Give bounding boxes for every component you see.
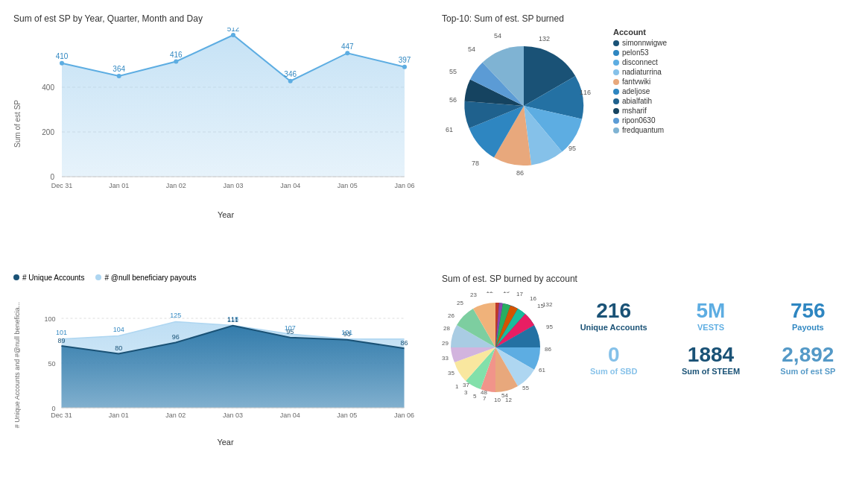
svg-text:447: 447	[341, 42, 354, 51]
svg-text:93: 93	[343, 330, 351, 338]
svg-text:400: 400	[42, 83, 54, 92]
svg-text:101: 101	[56, 329, 67, 336]
svg-text:Jan 03: Jan 03	[223, 182, 243, 189]
svg-text:54: 54	[494, 32, 501, 40]
svg-text:95: 95	[568, 145, 576, 152]
svg-text:364: 364	[113, 65, 125, 73]
svg-text:19: 19	[503, 291, 510, 294]
svg-text:10: 10	[494, 397, 501, 403]
svg-text:23: 23	[470, 291, 477, 298]
svg-text:15: 15	[537, 303, 544, 309]
svg-text:Dec 31: Dec 31	[51, 412, 72, 419]
svg-text:54: 54	[468, 45, 475, 53]
svg-text:Jan 06: Jan 06	[394, 412, 414, 419]
svg-text:89: 89	[57, 337, 65, 344]
unique-accounts-dot	[13, 274, 19, 280]
svg-text:61: 61	[539, 367, 545, 374]
svg-text:35: 35	[448, 370, 454, 376]
unique-accounts-label: # Unique Accounts	[22, 274, 84, 282]
svg-text:410: 410	[56, 52, 69, 60]
svg-text:25: 25	[457, 300, 463, 306]
svg-point-16	[174, 60, 178, 64]
area-y-label: # Unique Accounts and #@null beneficia..…	[13, 302, 21, 428]
area-chart-legend: # Unique Accounts # @null beneficiary pa…	[13, 274, 426, 282]
unique-accounts-number: 216	[571, 299, 656, 323]
svg-text:200: 200	[42, 128, 54, 136]
svg-text:125: 125	[170, 312, 181, 319]
payouts-label: Payouts	[765, 323, 851, 332]
svg-text:100: 100	[44, 315, 55, 323]
svg-text:Jan 04: Jan 04	[280, 412, 300, 419]
svg-text:33: 33	[442, 355, 449, 362]
stat-payouts: 756 Payouts	[761, 295, 855, 335]
area-chart-svg: 0 50 100	[25, 285, 426, 434]
pie-chart-panel: Top-10: Sum of est. SP burned	[436, 7, 861, 264]
vests-label: VESTS	[668, 323, 753, 332]
svg-text:17: 17	[516, 291, 523, 297]
legend-title: Account	[613, 28, 667, 37]
svg-text:95: 95	[546, 324, 553, 330]
legend-item-2: disconnect	[613, 58, 667, 66]
svg-text:12: 12	[505, 397, 512, 403]
unique-accounts-stat-label: Unique Accounts	[571, 323, 656, 332]
svg-point-17	[231, 33, 235, 37]
pie-chart-svg: 132 116 95 86 78 61 56 55 54 54	[442, 28, 606, 184]
svg-marker-6	[62, 35, 405, 177]
svg-text:86: 86	[400, 339, 408, 347]
legend-item-1: pelon53	[613, 48, 667, 57]
svg-text:Jan 04: Jan 04	[280, 182, 300, 189]
svg-text:512: 512	[227, 28, 240, 33]
svg-text:Jan 03: Jan 03	[223, 412, 243, 419]
svg-text:29: 29	[442, 340, 449, 347]
legend-null: # @null beneficiary payouts	[95, 274, 196, 282]
svg-text:7: 7	[483, 395, 487, 402]
line-chart-panel: Sum of est SP by Year, Quarter, Month an…	[7, 7, 432, 264]
svg-text:22: 22	[487, 291, 493, 294]
svg-text:55: 55	[449, 68, 457, 75]
legend-item-5: adeljose	[613, 87, 667, 95]
legend-item-8: ripon0630	[613, 116, 667, 125]
svg-text:1: 1	[455, 383, 459, 390]
stats-grid-bottom: 0 Sum of SBD 1884 Sum of STEEM 2,892 Sum…	[567, 339, 855, 379]
est-sp-number: 2,892	[765, 343, 851, 367]
stat-unique-accounts: 216 Unique Accounts	[567, 295, 660, 335]
null-payouts-label: # @null beneficiary payouts	[104, 274, 196, 282]
svg-text:416: 416	[170, 51, 183, 59]
svg-text:3: 3	[464, 389, 468, 396]
area-chart-panel: # Unique Accounts # @null beneficiary pa…	[7, 268, 432, 491]
svg-text:86: 86	[516, 169, 524, 177]
svg-text:78: 78	[472, 160, 479, 167]
svg-text:0: 0	[50, 173, 54, 181]
line-chart-title: Sum of est SP by Year, Quarter, Month an…	[13, 13, 426, 24]
stats-panel: Sum of est. SP burned by account	[436, 268, 861, 491]
svg-text:132: 132	[542, 301, 553, 308]
legend-item-4: fantvwiki	[613, 78, 667, 86]
null-payouts-dot	[95, 274, 101, 280]
svg-text:Jan 05: Jan 05	[338, 182, 358, 189]
svg-text:95: 95	[286, 328, 294, 335]
svg-point-20	[402, 65, 407, 69]
est-sp-label: Sum of est SP	[765, 367, 851, 376]
svg-text:346: 346	[284, 70, 297, 78]
svg-text:16: 16	[530, 295, 536, 302]
legend-item-7: msharif	[613, 107, 667, 115]
legend-item-3: nadiaturrina	[613, 68, 667, 76]
svg-text:Jan 01: Jan 01	[109, 182, 129, 189]
svg-text:61: 61	[446, 126, 453, 133]
stats-grid-top: 216 Unique Accounts 5M VESTS 756 Payouts	[567, 295, 855, 335]
payouts-number: 756	[765, 299, 851, 323]
vests-number: 5M	[668, 299, 753, 323]
legend-unique: # Unique Accounts	[13, 274, 84, 282]
stat-sbd: 0 Sum of SBD	[567, 339, 660, 379]
line-chart-svg: 0 200 400	[25, 28, 426, 207]
small-pie-svg: 132 95 86 61 55 54 48 37 35 33 29 28 26 …	[442, 291, 561, 403]
svg-text:132: 132	[539, 35, 550, 42]
steem-label: Sum of STEEM	[668, 367, 753, 376]
svg-point-15	[117, 74, 121, 78]
svg-text:5: 5	[473, 393, 477, 400]
svg-text:Dec 31: Dec 31	[51, 182, 73, 189]
svg-text:111: 111	[227, 316, 238, 324]
steem-number: 1884	[668, 343, 753, 367]
svg-point-18	[288, 79, 293, 83]
legend-item-9: fredquantum	[613, 126, 667, 134]
